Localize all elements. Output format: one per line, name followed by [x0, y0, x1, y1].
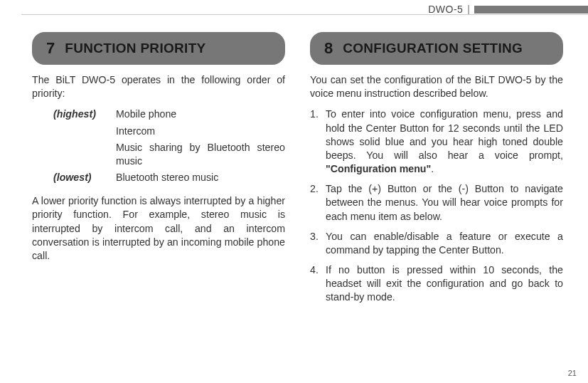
page-header: DWO-5 | [428, 4, 588, 15]
content-columns: 7 FUNCTION PRIORITY The BiLT DWO-5 opera… [32, 32, 563, 376]
priority-label-highest: (highest) [53, 107, 116, 121]
header-accent-bar [474, 6, 588, 14]
priority-row: Music sharing by Bluetooth stereo music [53, 141, 285, 168]
device-label: DWO-5 [428, 4, 463, 15]
priority-list: (highest) Mobile phone Intercom Music sh… [53, 107, 285, 184]
header-separator: | [467, 4, 470, 15]
priority-row: (highest) Mobile phone [53, 107, 285, 121]
priority-item: Music sharing by Bluetooth stereo music [116, 141, 285, 168]
priority-item: Bluetooth stereo music [116, 171, 285, 184]
section-title: CONFIGURATION SETTING [343, 41, 523, 56]
section-number: 7 [46, 41, 55, 56]
voice-prompt: "Configuration menu" [326, 163, 431, 174]
step-item: To enter into voice configuration menu, … [310, 107, 563, 176]
column-left: 7 FUNCTION PRIORITY The BiLT DWO-5 opera… [32, 32, 285, 376]
step-item: If no button is pressed within 10 second… [310, 263, 563, 305]
section-heading-7: 7 FUNCTION PRIORITY [32, 32, 285, 65]
priority-label-lowest: (lowest) [53, 171, 116, 184]
priority-row: (lowest) Bluetooth stereo music [53, 171, 285, 184]
header-divider [21, 14, 588, 15]
intro-text: You can set the configuration of the BiL… [310, 73, 563, 100]
section-number: 8 [324, 41, 333, 56]
section-title: FUNCTION PRIORITY [65, 41, 205, 56]
steps-list: To enter into voice configuration menu, … [310, 107, 563, 304]
priority-row: Intercom [53, 125, 285, 138]
intro-text: The BiLT DWO-5 operates in the following… [32, 73, 285, 100]
section-heading-8: 8 CONFIGURATION SETTING [310, 32, 563, 65]
step-text-tail: . [431, 163, 434, 174]
priority-item: Mobile phone [116, 107, 285, 121]
step-item: Tap the (+) Button or the (-) Button to … [310, 182, 563, 224]
step-text: To enter into voice configuration menu, … [326, 108, 563, 161]
column-right: 8 CONFIGURATION SETTING You can set the … [310, 32, 563, 376]
page-number: 21 [568, 369, 577, 377]
priority-note: A lower priority function is always inte… [32, 194, 285, 263]
step-item: You can enable/disable a feature or exec… [310, 230, 563, 257]
priority-item: Intercom [116, 125, 285, 138]
